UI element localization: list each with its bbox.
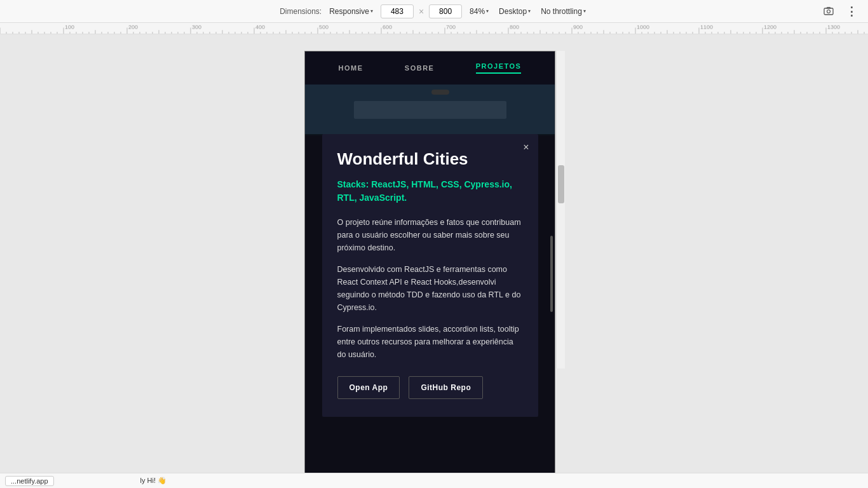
device-dropdown[interactable]: Desktop ▾ — [496, 6, 533, 17]
open-app-button[interactable]: Open App — [337, 376, 400, 399]
nav-home[interactable]: HOME — [339, 64, 363, 72]
device-chevron: ▾ — [528, 8, 531, 14]
outer-scrollbar[interactable] — [556, 51, 565, 369]
modal-paragraph-3: Foram implementados slides, accordion li… — [337, 323, 523, 361]
svg-point-1 — [827, 10, 831, 13]
zoom-dropdown[interactable]: 84% ▾ — [467, 6, 491, 17]
nav-sobre[interactable]: SOBRE — [405, 64, 435, 72]
outer-scrollbar-thumb — [558, 165, 564, 203]
dimension-x-sep: × — [419, 6, 424, 17]
devtools-toolbar: Dimensions: Responsive ▾ × 84% ▾ Desktop… — [0, 0, 868, 23]
zoom-label: 84% — [470, 7, 485, 16]
site-navigation: HOME SOBRE PROJETOS — [305, 51, 555, 85]
throttling-label: No throttling — [541, 7, 582, 16]
github-repo-button[interactable]: GitHub Repo — [409, 376, 483, 399]
ruler — [0, 23, 868, 34]
responsive-dropdown[interactable]: Responsive ▾ — [327, 6, 376, 17]
image-bar — [354, 101, 506, 119]
scrollbar-thumb — [550, 236, 553, 312]
modal-close-button[interactable]: × — [523, 142, 529, 153]
capture-screenshot-icon[interactable] — [820, 3, 837, 20]
device-label: Desktop — [499, 7, 527, 16]
modal-stacks: Stacks: ReactJS, HTML, CSS, Cypress.io, … — [337, 178, 523, 205]
more-options-icon[interactable]: ⋮ — [843, 3, 860, 20]
nav-projetos[interactable]: PROJETOS — [476, 62, 522, 74]
modal-paragraph-2: Desenvolvido com ReactJS e ferramentas c… — [337, 263, 523, 314]
main-preview-area: HOME SOBRE PROJETOS × Wonderful Cities S… — [0, 34, 868, 488]
toolbar-right-actions: ⋮ — [820, 3, 860, 20]
ruler-canvas — [0, 23, 868, 34]
device-frame: HOME SOBRE PROJETOS × Wonderful Cities S… — [304, 51, 555, 488]
device-scrollbar[interactable] — [550, 217, 553, 488]
url-chip: ...netlify.app — [5, 476, 54, 486]
status-right-text: ly Hi! 👋 — [140, 477, 167, 485]
project-modal: × Wonderful Cities Stacks: ReactJS, HTML… — [322, 134, 538, 417]
site-hero-image — [305, 85, 555, 135]
modal-action-buttons: Open App GitHub Repo — [337, 376, 523, 399]
responsive-chevron: ▾ — [370, 8, 373, 14]
responsive-label: Responsive — [329, 7, 369, 16]
throttling-chevron: ▾ — [583, 8, 586, 14]
width-input[interactable] — [381, 4, 414, 18]
modal-title: Wonderful Cities — [337, 149, 523, 169]
browser-status-bar: ...netlify.app ly Hi! 👋 — [0, 473, 868, 488]
modal-overlay: × Wonderful Cities Stacks: ReactJS, HTML… — [305, 134, 555, 488]
zoom-chevron: ▾ — [486, 8, 489, 14]
image-dot — [431, 90, 449, 95]
dimensions-label: Dimensions: — [280, 7, 322, 16]
svg-rect-0 — [824, 8, 833, 15]
modal-paragraph-1: O projeto reúne informações e fatos que … — [337, 216, 523, 254]
more-icon-label: ⋮ — [846, 6, 857, 17]
height-input[interactable] — [429, 4, 462, 18]
throttling-dropdown[interactable]: No throttling ▾ — [538, 6, 588, 17]
